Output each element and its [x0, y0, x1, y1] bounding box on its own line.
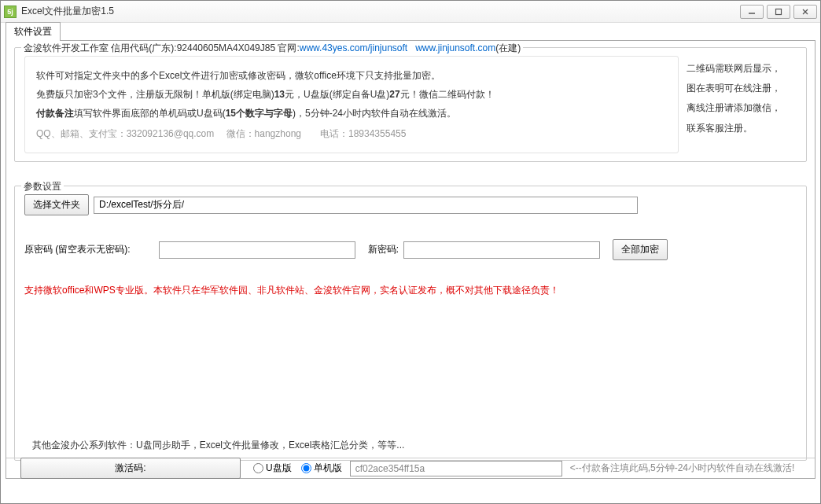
info-left: 软件可对指定文件夹中的多个Excel文件进行加密或修改密码，微软office环境… [24, 56, 679, 153]
encrypt-all-button[interactable]: 全部加密 [613, 239, 668, 260]
url-suffix: (在建) [495, 42, 521, 53]
old-password-label: 原密码 (留空表示无密码): [24, 243, 131, 256]
radio-single-input[interactable] [301, 463, 311, 473]
activation-code-button[interactable]: 激活码: [20, 458, 241, 479]
minimize-button[interactable] [740, 5, 764, 19]
legend-text: 金浚软件开发工作室 信用代码(广东):92440605MA4X049J85 官网… [24, 42, 300, 53]
t: 免费版只加密3个文件，注册版无限制！单机版(绑定电脑) [36, 89, 274, 100]
footer-bar: 激活码: U盘版 单机版 <--付款备注填此码,5分钟-24小时内软件自动在线激… [6, 458, 815, 476]
footer-hint: <--付款备注填此码,5分钟-24小时内软件自动在线激活! [570, 462, 795, 475]
official-url-2[interactable]: www.jinjunsoft.com [415, 42, 495, 53]
qr-note-2: 图在表明可在线注册， [687, 79, 797, 98]
t: 填写软件界面底部的单机码或U盘码( [74, 108, 226, 119]
window-controls [737, 5, 817, 19]
t: 元！微信二维码付款！ [400, 89, 495, 100]
radio-single-version[interactable]: 单机版 [301, 462, 342, 475]
params-legend: 参数设置 [21, 180, 64, 193]
t: 15个数字与字母 [226, 108, 293, 119]
official-url-1[interactable]: www.43yes.com/jinjunsoft [300, 42, 407, 53]
price2: 27 [389, 89, 399, 100]
contact-info: QQ、邮箱、支付宝：332092136@qq.com 微信：hangzhong … [36, 124, 667, 143]
t: 付款备注 [36, 108, 74, 119]
info-line-1: 软件可对指定文件夹中的多个Excel文件进行加密或修改密码，微软office环境… [36, 66, 667, 85]
version-radio-group: U盘版 单机版 [253, 462, 342, 475]
other-software-note: 其他金浚办公系列软件：U盘同步助手，Excel文件批量修改，Excel表格汇总分… [32, 439, 404, 452]
qr-note-3: 离线注册请添加微信， [687, 98, 797, 118]
info-box: 软件可对指定文件夹中的多个Excel文件进行加密或修改密码，微软office环境… [24, 56, 797, 153]
tab-settings[interactable]: 软件设置 [6, 22, 61, 41]
new-password-input[interactable] [403, 241, 600, 259]
info-fieldset: 金浚软件开发工作室 信用代码(广东):92440605MA4X049J85 官网… [14, 47, 807, 162]
titlebar: 5j Excel文件批量加密1.5 [1, 1, 820, 23]
price1: 13 [274, 89, 285, 100]
info-legend: 金浚软件开发工作室 信用代码(广东):92440605MA4X049J85 官网… [21, 42, 523, 55]
old-password-input[interactable] [159, 241, 355, 259]
info-line-2: 免费版只加密3个文件，注册版无限制！单机版(绑定电脑)13元，U盘版(绑定自备U… [36, 85, 667, 104]
close-button[interactable] [793, 5, 817, 19]
radio-usb-version[interactable]: U盘版 [253, 462, 292, 475]
info-right: 二维码需联网后显示， 图在表明可在线注册， 离线注册请添加微信， 联系客服注册。 [687, 56, 797, 153]
t: 元，U盘版(绑定自备U盘) [285, 89, 389, 100]
params-fieldset: 参数设置 选择文件夹 原密码 (留空表示无密码): 新密码: 全部加密 支持微软… [14, 186, 807, 461]
folder-path-input[interactable] [94, 197, 638, 214]
red-warning: 支持微软office和WPS专业版。本软件只在华军软件园、非凡软件站、金浚软件官… [24, 284, 797, 297]
maximize-button[interactable] [767, 5, 790, 19]
folder-row: 选择文件夹 [24, 194, 797, 215]
svg-rect-1 [776, 9, 782, 14]
radio-usb-label: U盘版 [266, 462, 292, 475]
qr-note-4: 联系客服注册。 [687, 119, 797, 138]
radio-usb-input[interactable] [253, 463, 263, 473]
password-row: 原密码 (留空表示无密码): 新密码: 全部加密 [24, 239, 797, 260]
tab-content: 金浚软件开发工作室 信用代码(广东):92440605MA4X049J85 官网… [6, 40, 815, 479]
t: )，5分钟-24小时内软件自动在线激活。 [293, 108, 456, 119]
app-window: 5j Excel文件批量加密1.5 软件设置 金浚软件开发工作室 信用代码(广东… [0, 0, 821, 504]
new-password-label: 新密码: [368, 243, 399, 256]
info-line-3: 付款备注填写软件界面底部的单机码或U盘码(15个数字与字母)，5分钟-24小时内… [36, 104, 667, 123]
window-title: Excel文件批量加密1.5 [21, 5, 737, 18]
tab-strip: 软件设置 [1, 23, 820, 40]
machine-code-field[interactable] [350, 461, 562, 476]
radio-single-label: 单机版 [314, 462, 342, 475]
app-icon: 5j [4, 6, 17, 18]
qr-note-1: 二维码需联网后显示， [687, 59, 797, 79]
select-folder-button[interactable]: 选择文件夹 [24, 194, 89, 215]
